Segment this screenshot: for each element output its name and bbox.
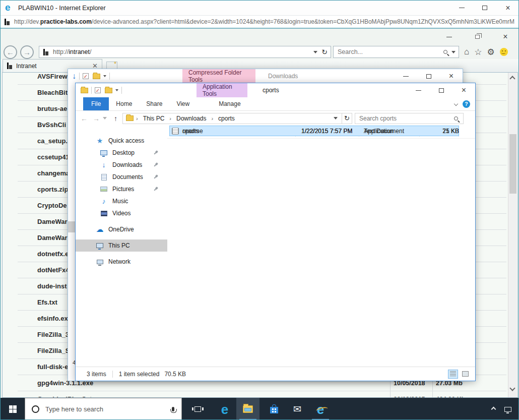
outer-browser-titlebar: e PLABWIN10 - Internet Explorer ×: [1, 1, 519, 16]
task-view-icon: [194, 406, 201, 412]
sidebar-item[interactable]: ★ Quick access: [76, 135, 167, 147]
help-icon[interactable]: ?: [463, 100, 470, 108]
music-icon: ♪: [100, 198, 108, 205]
breadcrumb-downloads[interactable]: Downloads: [174, 115, 209, 122]
store-icon: [270, 407, 278, 413]
qat-customize-icon[interactable]: [115, 89, 118, 91]
sidebar-item[interactable]: This PC: [76, 239, 167, 252]
nav-back-icon[interactable]: ←: [81, 114, 88, 123]
file-explorer-icon: [243, 405, 253, 413]
browser-search-field[interactable]: Search...: [333, 46, 459, 58]
ribbon-collapse-icon[interactable]: [454, 102, 458, 106]
downloads-close-button[interactable]: ×: [440, 69, 463, 83]
explorer-minimize-button[interactable]: [407, 83, 430, 97]
sidebar-item[interactable]: Network: [76, 256, 167, 268]
thumbnails-view-button[interactable]: [460, 370, 470, 379]
qat-new-folder-icon[interactable]: [105, 88, 112, 93]
remote-desktop: × ← → http://intranet/ ↻ Search... ⌂ ☆ ⚙: [1, 29, 519, 420]
status-item-count: 3 items: [87, 371, 106, 378]
explorer-search-icon[interactable]: [454, 116, 458, 121]
ribbon-tab[interactable]: Home: [109, 97, 139, 110]
explorer-close-button[interactable]: ×: [452, 83, 475, 97]
file-explorer-taskbar-button[interactable]: [236, 398, 260, 420]
qat-new-folder-icon[interactable]: [93, 74, 100, 79]
nav-up-icon[interactable]: ↑: [114, 114, 117, 123]
favorites-star-icon[interactable]: ☆: [474, 47, 482, 57]
qat-properties-icon[interactable]: ✓: [83, 73, 89, 79]
breadcrumb-this-pc[interactable]: This PC: [141, 115, 167, 122]
file-link-row[interactable]: GraphicalPingSetup.exe 02/12/2015 464.00…: [3, 391, 507, 398]
back-button[interactable]: ←: [4, 45, 17, 59]
sidebar-item[interactable]: ☁ OneDrive: [76, 223, 167, 235]
cports-explorer-window[interactable]: ✓ Application Tools cports × File: [75, 83, 476, 381]
mail-icon: ✉: [293, 404, 301, 414]
breadcrumb-bar[interactable]: ›This PC ›Downloads ›cports: [122, 113, 342, 124]
taskbar-search-box[interactable]: Type here to search: [25, 398, 182, 420]
show-hidden-icons-chevron[interactable]: [491, 407, 496, 412]
explorer-maximize-button[interactable]: [430, 83, 452, 97]
desktop-icon: [100, 149, 108, 156]
inner-restore-button[interactable]: [463, 29, 491, 45]
outer-maximize-button[interactable]: [473, 1, 496, 15]
file-list-pane: Name Date modified Type Size: [167, 126, 475, 367]
store-taskbar-button[interactable]: [263, 398, 286, 420]
ribbon-tab[interactable]: File: [83, 97, 109, 110]
search-icon[interactable]: [443, 50, 447, 54]
downloads-minimize-button[interactable]: [395, 69, 417, 83]
home-icon[interactable]: ⌂: [464, 47, 469, 57]
network-tray-icon[interactable]: [504, 407, 511, 412]
start-button[interactable]: [1, 398, 25, 420]
forward-button[interactable]: →: [20, 45, 34, 59]
sidebar-item[interactable]: Pictures: [76, 183, 167, 195]
mail-taskbar-button[interactable]: ✉: [286, 398, 309, 420]
page-scrollbar[interactable]: [508, 73, 517, 398]
ribbon-tab-manage[interactable]: Manage: [207, 97, 252, 110]
application-tools-tab[interactable]: Application Tools: [197, 83, 247, 97]
explorer-search-field[interactable]: Search cports: [355, 113, 464, 124]
scroll-up-icon[interactable]: [509, 76, 515, 81]
address-dropdown-icon[interactable]: [313, 51, 317, 53]
inner-close-button[interactable]: ×: [491, 29, 519, 45]
sidebar-item[interactable]: Desktop: [76, 147, 167, 159]
taskbar-search-placeholder: Type here to search: [45, 405, 103, 413]
breadcrumb-dropdown-icon[interactable]: [334, 117, 338, 119]
task-view-button[interactable]: [186, 398, 209, 420]
explorer-refresh-icon[interactable]: ↻: [342, 113, 352, 124]
file-row[interactable]: readme 1/22/2015 7:57 PM Text Document 2…: [169, 126, 459, 136]
address-field[interactable]: http://intranet/ ↻: [39, 46, 331, 58]
sidebar-item[interactable]: ♪ Music: [76, 195, 167, 207]
microphone-icon[interactable]: [172, 407, 174, 411]
compressed-folder-tools-tab[interactable]: Compressed Folder Tools: [182, 69, 255, 83]
nav-history-icon[interactable]: [103, 117, 107, 119]
sidebar-item[interactable]: Videos: [76, 207, 167, 219]
sidebar-item[interactable]: ↓ Downloads: [76, 159, 167, 171]
refresh-icon[interactable]: ↻: [321, 48, 328, 56]
search-dropdown-icon[interactable]: [451, 51, 456, 53]
ribbon-tab[interactable]: View: [169, 97, 197, 110]
sidebar-item[interactable]: Documents: [76, 171, 167, 183]
outer-address-bar[interactable]: http://dev.practice-labs.com/device-adva…: [1, 16, 519, 29]
explorer-window-icon: [81, 88, 88, 93]
outer-minimize-button[interactable]: [450, 1, 473, 15]
ribbon-tab[interactable]: Share: [139, 97, 169, 110]
feedback-smiley-icon[interactable]: [500, 48, 508, 56]
network-icon: [96, 258, 104, 265]
qat-properties-icon[interactable]: ✓: [95, 87, 101, 93]
outer-close-button[interactable]: ×: [496, 1, 519, 15]
nav-forward-icon[interactable]: →: [93, 114, 100, 123]
breadcrumb-cports[interactable]: cports: [216, 115, 237, 122]
scrollbar-thumb[interactable]: [509, 134, 516, 194]
downloads-maximize-button[interactable]: [417, 69, 440, 83]
downloads-icon: ↓: [100, 161, 108, 168]
details-view-button[interactable]: [448, 370, 458, 379]
remote-session-screen: e PLABWIN10 - Internet Explorer × http:/…: [0, 0, 519, 420]
settings-gear-icon[interactable]: ⚙: [487, 47, 495, 57]
ie-taskbar-button[interactable]: e: [309, 398, 332, 420]
edge-taskbar-button[interactable]: e: [213, 398, 236, 420]
pictures-icon: [100, 186, 108, 193]
qat-customize-icon[interactable]: [103, 75, 106, 77]
tab-favicon: [7, 63, 13, 69]
scroll-down-icon[interactable]: [509, 385, 515, 391]
cortana-icon: [32, 405, 39, 413]
inner-minimize-button[interactable]: [435, 29, 463, 45]
